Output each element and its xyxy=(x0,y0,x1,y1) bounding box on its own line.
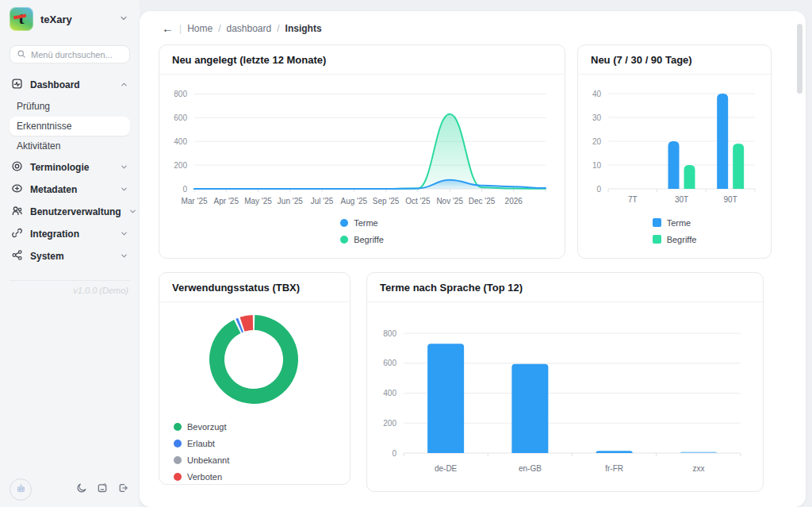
sidebar-item-label: Integration xyxy=(30,229,113,240)
chart-area-12-months: 0200400600800Mar '25Apr '25May '25Jun '2… xyxy=(159,75,565,248)
svg-text:200: 200 xyxy=(383,419,396,428)
chart-recent-bars: 0102030407T30T90T TermeBegriffe xyxy=(578,75,771,248)
sidebar-nav: DashboardPrüfungErkenntnisseAktivitätenT… xyxy=(0,74,140,267)
sidebar-item-label: Dashboard xyxy=(30,79,113,90)
legend-label: Begriffe xyxy=(667,235,697,244)
card-title: Neu (7 / 30 / 90 Tage) xyxy=(578,45,771,75)
users-icon xyxy=(11,205,23,220)
card-title: Terme nach Sprache (Top 12) xyxy=(367,273,763,302)
sidebar-item-terminologie[interactable]: Terminologie xyxy=(0,156,140,179)
svg-text:2026: 2026 xyxy=(505,197,523,205)
chart-usage-donut: BevorzugtErlaubtUnbekanntVerboten xyxy=(159,302,350,485)
svg-text:Sep '25: Sep '25 xyxy=(373,197,400,205)
svg-text:20: 20 xyxy=(592,137,602,146)
svg-text:30: 30 xyxy=(592,113,602,122)
legend-marker xyxy=(340,236,348,244)
donut-chart xyxy=(159,309,348,410)
back-button[interactable]: ← xyxy=(162,22,174,34)
scrollbar-thumb[interactable] xyxy=(797,24,802,94)
legend-item-begriffe[interactable]: Begriffe xyxy=(653,231,697,248)
svg-text:600: 600 xyxy=(174,113,187,122)
svg-text:Jul '25: Jul '25 xyxy=(311,197,334,205)
svg-text:7T: 7T xyxy=(628,195,638,204)
chart-legend: TermeBegriffe xyxy=(653,214,697,248)
svg-text:Dec '25: Dec '25 xyxy=(469,197,496,205)
logout-icon[interactable] xyxy=(117,482,128,497)
chart-legend: BevorzugtErlaubtUnbekanntVerboten xyxy=(159,413,350,485)
sidebar: t teXary DashboardPrüfungErkenntnisseAkt… xyxy=(0,0,140,507)
bar-chart: 0200400600800de-DEen-GBfr-FRzxx xyxy=(367,309,761,478)
app-switcher[interactable]: t teXary xyxy=(0,0,140,36)
sidebar-divider xyxy=(10,280,130,281)
breadcrumb-dashboard[interactable]: dashboard xyxy=(226,23,271,34)
chevron-down-icon xyxy=(119,12,128,26)
legend-label: Terme xyxy=(354,218,378,228)
scan-icon[interactable] xyxy=(97,482,108,497)
bar-chart: 0102030407T30T90T xyxy=(578,75,769,209)
integration-icon xyxy=(11,227,23,242)
breadcrumb-separator: / xyxy=(218,23,220,34)
svg-text:800: 800 xyxy=(383,329,396,338)
sidebar-subitem-aktivitäten[interactable]: Aktivitäten xyxy=(10,136,130,156)
cards-row-2: Verwendungsstatus (TBX) BevorzugtErlaubt… xyxy=(159,272,777,492)
legend-label: Unbekannt xyxy=(187,455,229,465)
legend-label: Verboten xyxy=(187,472,222,482)
sidebar-item-metadaten[interactable]: Metadaten xyxy=(0,179,140,201)
svg-text:400: 400 xyxy=(383,389,396,398)
search-icon xyxy=(17,48,26,62)
main-panel: ← | Home / dashboard / Insights Neu ange… xyxy=(140,11,806,507)
chevron-up-icon xyxy=(120,78,128,92)
breadcrumb: ← | Home / dashboard / Insights xyxy=(159,22,777,34)
app-logo-icon: t xyxy=(10,7,33,31)
moon-icon[interactable] xyxy=(76,482,87,497)
sidebar-item-label: Terminologie xyxy=(30,162,113,173)
footer-icon-group xyxy=(76,482,128,497)
breadcrumb-home[interactable]: Home xyxy=(187,23,213,34)
legend-marker xyxy=(174,423,182,431)
area-chart: 0200400600800Mar '25Apr '25May '25Jun '2… xyxy=(159,75,563,209)
sidebar-item-system[interactable]: System xyxy=(0,245,140,267)
card-title: Verwendungsstatus (TBX) xyxy=(159,273,350,302)
svg-text:Oct '25: Oct '25 xyxy=(405,197,431,205)
card-new-7-30-90: Neu (7 / 30 / 90 Tage) 0102030407T30T90T… xyxy=(577,44,772,259)
legend-marker xyxy=(174,456,182,464)
svg-text:200: 200 xyxy=(174,161,187,170)
sidebar-subitem-label: Erkenntnisse xyxy=(17,121,71,132)
system-icon xyxy=(11,249,23,264)
svg-text:zxx: zxx xyxy=(692,464,704,473)
chevron-down-icon xyxy=(120,249,128,263)
svg-text:10: 10 xyxy=(592,161,602,170)
svg-text:400: 400 xyxy=(174,137,187,146)
sidebar-subitem-prüfung[interactable]: Prüfung xyxy=(10,97,130,116)
legend-item-terme[interactable]: Terme xyxy=(340,214,378,231)
sidebar-subitem-erkenntnisse[interactable]: Erkenntnisse xyxy=(10,117,130,136)
svg-text:Apr '25: Apr '25 xyxy=(214,197,239,205)
assistant-button[interactable] xyxy=(10,478,32,501)
sidebar-item-benutzerverwaltung[interactable]: Benutzerverwaltung xyxy=(0,201,140,223)
app-name: teXary xyxy=(40,13,112,25)
card-new-12-months: Neu angelegt (letzte 12 Monate) 02004006… xyxy=(159,44,565,259)
legend-label: Begriffe xyxy=(354,235,384,244)
card-usage-status: Verwendungsstatus (TBX) BevorzugtErlaubt… xyxy=(159,272,350,485)
sidebar-subitem-label: Prüfung xyxy=(17,101,50,112)
svg-text:40: 40 xyxy=(592,90,602,98)
legend-marker xyxy=(340,219,348,227)
legend-item-erlaubt[interactable]: Erlaubt xyxy=(174,435,215,451)
legend-label: Erlaubt xyxy=(187,439,215,448)
sidebar-item-dashboard[interactable]: Dashboard xyxy=(0,74,140,96)
legend-item-begriffe[interactable]: Begriffe xyxy=(340,231,384,248)
legend-marker xyxy=(653,218,661,227)
sidebar-footer xyxy=(10,478,128,501)
sidebar-subitem-label: Aktivitäten xyxy=(17,140,60,152)
svg-text:Nov '25: Nov '25 xyxy=(436,197,463,205)
legend-item-unbekannt[interactable]: Unbekannt xyxy=(174,451,229,468)
legend-item-terme[interactable]: Terme xyxy=(653,214,691,231)
svg-text:May '25: May '25 xyxy=(244,197,272,205)
sidebar-item-integration[interactable]: Integration xyxy=(0,223,140,245)
dashboard-icon xyxy=(11,78,23,93)
chevron-down-icon xyxy=(128,205,137,219)
legend-item-bevorzugt[interactable]: Bevorzugt xyxy=(174,418,227,435)
breadcrumb-separator: / xyxy=(277,23,279,34)
search-input[interactable] xyxy=(31,50,123,60)
legend-item-verboten[interactable]: Verboten xyxy=(174,468,222,485)
